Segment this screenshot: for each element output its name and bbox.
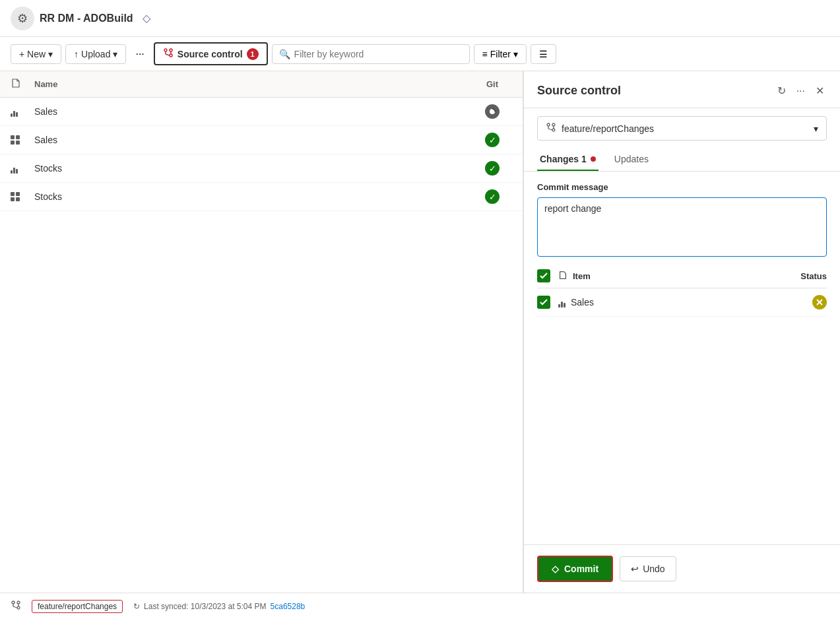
source-control-status-icon	[11, 600, 21, 612]
table-row[interactable]: Stocks ✓	[0, 154, 523, 183]
panel-tabs: Changes 1 Updates	[524, 148, 840, 172]
app-icon-char: ⚙	[17, 11, 28, 26]
filter-button[interactable]: ≡ Filter ▾	[474, 44, 527, 64]
changes-header: Item Status	[537, 269, 827, 288]
svg-line-19	[13, 606, 17, 608]
tab-changes-label: Changes 1	[540, 154, 587, 164]
branch-selector[interactable]: feature/reportChanges ▾	[537, 116, 827, 141]
main-layout: Name Git Sales	[0, 71, 840, 593]
table-row[interactable]: Stocks ✓	[0, 183, 523, 211]
commit-button-icon: ◇	[552, 564, 559, 574]
filter-chevron-icon: ▾	[513, 49, 518, 59]
status-icon-git	[485, 104, 500, 119]
app-icon: ⚙	[11, 7, 34, 30]
svg-point-17	[17, 601, 20, 604]
row-name: Stocks	[34, 191, 472, 202]
change-item: Sales	[537, 288, 827, 317]
svg-line-4	[166, 54, 170, 55]
panel-body: Commit message report change Item Status	[524, 172, 840, 544]
branch-name: feature/reportChanges	[562, 123, 654, 134]
new-button-label: + New	[19, 49, 46, 59]
panel-header: Source control ↻ ··· ✕	[524, 71, 840, 108]
table-row[interactable]: Sales ✓	[0, 126, 523, 154]
toolbar: + New ▾ ↑ Upload ▾ ··· Source control 1 …	[0, 37, 840, 71]
status-bar: feature/reportChanges ↻ Last synced: 10/…	[0, 593, 840, 619]
layout-button[interactable]: ☰	[531, 44, 556, 64]
diamond-icon: ◇	[143, 12, 150, 24]
top-bar: ⚙ RR DM - ADOBuild ◇	[0, 0, 840, 37]
refresh-button[interactable]: ↻	[775, 82, 789, 100]
svg-point-8	[552, 129, 555, 131]
sync-text: Last synced: 10/3/2023 at 5:04 PM	[144, 602, 266, 611]
filter-icon: ≡	[482, 49, 488, 59]
search-bar[interactable]: 🔍	[272, 44, 470, 64]
change-item-name: Sales	[571, 297, 807, 308]
upload-button[interactable]: ↑ Upload ▾	[65, 44, 126, 64]
commit-button[interactable]: ◇ Commit	[537, 556, 613, 582]
status-icon-check: ✓	[485, 161, 500, 176]
change-item-checkbox[interactable]	[537, 296, 550, 309]
svg-point-2	[170, 49, 172, 51]
more-icon: ···	[135, 48, 144, 59]
status-modified-icon	[812, 295, 827, 310]
tab-updates[interactable]: Updates	[612, 148, 651, 171]
source-control-button-label: Source control	[178, 49, 243, 59]
row-name: Stocks	[34, 163, 472, 174]
left-panel: Name Git Sales	[0, 71, 523, 593]
svg-point-0	[164, 49, 167, 51]
row-status	[472, 104, 512, 119]
status-icon-check: ✓	[485, 133, 500, 147]
undo-button[interactable]: ↩ Undo	[620, 556, 676, 581]
row-icon-bar	[11, 106, 34, 117]
more-button[interactable]: ···	[130, 44, 149, 64]
undo-button-label: Undo	[643, 564, 664, 574]
table-row[interactable]: Sales	[0, 98, 523, 126]
table-header: Name Git	[0, 71, 523, 98]
row-icon-grid	[11, 192, 34, 201]
app-title: RR DM - ADOBuild	[40, 13, 133, 24]
sync-icon: ↻	[133, 602, 140, 611]
panel-more-icon: ···	[796, 85, 805, 96]
git-column-header: Git	[472, 79, 512, 89]
name-column-header: Name	[34, 79, 472, 89]
search-input[interactable]	[294, 49, 463, 59]
upload-button-label: Upload	[81, 49, 110, 59]
svg-point-7	[547, 123, 550, 126]
panel-title: Source control	[537, 84, 621, 98]
row-status: ✓	[472, 161, 512, 176]
upload-icon: ↑	[74, 49, 79, 59]
refresh-icon: ↻	[777, 85, 786, 96]
row-status: ✓	[472, 189, 512, 204]
source-control-panel: Source control ↻ ··· ✕	[523, 71, 840, 593]
branch-icon	[546, 122, 556, 135]
branch-left: feature/reportChanges	[546, 122, 654, 135]
row-status: ✓	[472, 133, 512, 147]
commit-message-input[interactable]: report change	[537, 197, 827, 257]
svg-point-15	[12, 601, 15, 604]
panel-more-button[interactable]: ···	[794, 82, 808, 100]
status-branch-name: feature/reportChanges	[38, 602, 117, 611]
tab-changes[interactable]: Changes 1	[537, 148, 598, 171]
source-control-button[interactable]: Source control 1	[154, 42, 268, 65]
branch-status[interactable]: feature/reportChanges	[32, 600, 123, 613]
file-header-icon	[11, 81, 21, 90]
svg-point-9	[552, 123, 555, 126]
header-icon-col	[11, 78, 34, 90]
new-button[interactable]: + New ▾	[11, 44, 61, 64]
row-name: Sales	[34, 135, 472, 145]
changes-col-status: Status	[800, 271, 827, 281]
close-panel-button[interactable]: ✕	[813, 82, 827, 100]
panel-actions: ↻ ··· ✕	[775, 82, 827, 100]
commit-button-label: Commit	[564, 564, 598, 574]
commit-message-label: Commit message	[537, 182, 827, 192]
select-all-checkbox[interactable]	[537, 269, 550, 282]
sync-info: ↻ Last synced: 10/3/2023 at 5:04 PM 5ca6…	[133, 602, 305, 611]
row-name: Sales	[34, 106, 472, 117]
branch-chevron-icon: ▾	[814, 123, 818, 134]
panel-footer: ◇ Commit ↩ Undo	[524, 544, 840, 593]
file-col-icon	[558, 271, 573, 282]
filter-button-label: Filter	[490, 49, 511, 59]
commit-hash[interactable]: 5ca6528b	[271, 602, 306, 611]
row-icon-bar	[11, 163, 34, 174]
tab-changes-dot	[591, 156, 596, 162]
